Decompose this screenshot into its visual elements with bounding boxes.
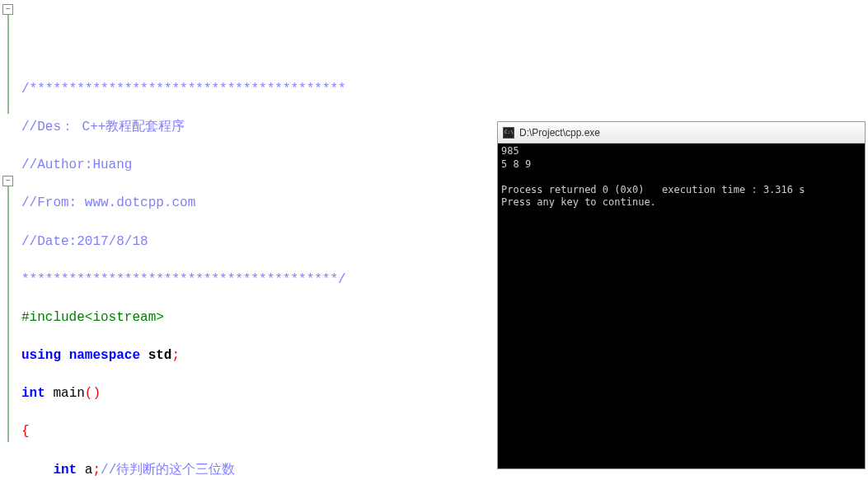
kw-int: int: [53, 463, 77, 478]
kw-using: using: [21, 348, 61, 363]
semicolon: ;: [92, 463, 101, 478]
comment-text: //待判断的这个三位数: [101, 463, 235, 478]
console-title: D:\Project\cpp.exe: [519, 127, 600, 139]
comment-text: /***************************************…: [21, 82, 346, 96]
brace: {: [21, 424, 30, 439]
kw-namespace: namespace: [69, 348, 140, 363]
comment-text: //From: www.dotcpp.com: [21, 195, 195, 210]
code-editor: − − /***********************************…: [0, 0, 495, 480]
terminal-icon: [503, 127, 514, 139]
output-prompt: Press any key to continue.: [501, 196, 656, 208]
comment-text: //Des： C++教程配套程序: [21, 120, 185, 134]
comment-text: ****************************************…: [21, 272, 346, 287]
std: std: [148, 348, 172, 363]
preproc: #include: [21, 310, 85, 325]
code-content: /***************************************…: [21, 61, 495, 480]
var: a: [85, 463, 93, 478]
comment-text: //Author:Huang: [21, 158, 132, 172]
console-window: D:\Project\cpp.exe 985 5 8 9 Process ret…: [498, 122, 865, 468]
output-status: Process returned 0 (0x0) execution time …: [501, 184, 805, 195]
comment-text: //Date:2017/8/18: [21, 234, 148, 249]
include-lib: <iostream>: [85, 310, 164, 325]
fn-main: main: [53, 386, 84, 401]
paren: ): [92, 386, 101, 401]
fold-gutter: − −: [0, 0, 16, 480]
output-line: 985: [501, 145, 519, 157]
kw-int: int: [21, 386, 45, 401]
paren: (: [85, 386, 93, 401]
fold-box-icon[interactable]: −: [2, 176, 13, 186]
semicolon: ;: [171, 348, 180, 363]
fold-box-icon[interactable]: −: [2, 4, 13, 15]
output-line: 5 8 9: [501, 158, 531, 170]
console-titlebar[interactable]: D:\Project\cpp.exe: [498, 122, 865, 144]
console-output: 985 5 8 9 Process returned 0 (0x0) execu…: [498, 144, 865, 468]
